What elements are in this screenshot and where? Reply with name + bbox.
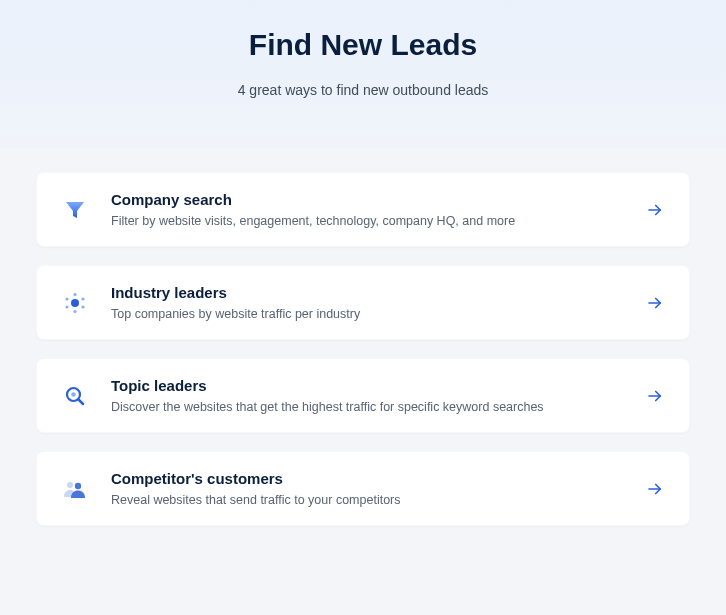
funnel-icon xyxy=(59,194,91,226)
card-title: Company search xyxy=(111,191,625,208)
card-body: Topic leaders Discover the websites that… xyxy=(111,377,625,414)
svg-point-6 xyxy=(65,305,68,308)
arrow-right-icon xyxy=(645,200,665,220)
card-company-search[interactable]: Company search Filter by website visits,… xyxy=(36,172,690,247)
svg-point-3 xyxy=(81,297,84,300)
card-topic-leaders[interactable]: Topic leaders Discover the websites that… xyxy=(36,358,690,433)
svg-point-5 xyxy=(73,309,76,312)
svg-point-7 xyxy=(65,297,68,300)
card-title: Competitor's customers xyxy=(111,470,625,487)
card-description: Discover the websites that get the highe… xyxy=(111,400,625,414)
card-description: Reveal websites that send traffic to you… xyxy=(111,493,625,507)
network-icon xyxy=(59,287,91,319)
svg-point-14 xyxy=(75,482,81,488)
arrow-right-icon xyxy=(645,479,665,499)
svg-line-10 xyxy=(79,399,84,404)
page-subtitle: 4 great ways to find new outbound leads xyxy=(0,82,726,98)
card-title: Topic leaders xyxy=(111,377,625,394)
arrow-right-icon xyxy=(645,293,665,313)
svg-point-2 xyxy=(73,292,76,295)
card-title: Industry leaders xyxy=(111,284,625,301)
card-description: Filter by website visits, engagement, te… xyxy=(111,214,625,228)
card-body: Competitor's customers Reveal websites t… xyxy=(111,470,625,507)
card-industry-leaders[interactable]: Industry leaders Top companies by websit… xyxy=(36,265,690,340)
arrow-right-icon xyxy=(645,386,665,406)
cards-list: Company search Filter by website visits,… xyxy=(0,148,726,550)
card-body: Industry leaders Top companies by websit… xyxy=(111,284,625,321)
page-title: Find New Leads xyxy=(0,28,726,62)
magnify-icon xyxy=(59,380,91,412)
people-icon xyxy=(59,473,91,505)
card-description: Top companies by website traffic per ind… xyxy=(111,307,625,321)
card-body: Company search Filter by website visits,… xyxy=(111,191,625,228)
svg-point-11 xyxy=(71,392,76,397)
hero-section: Find New Leads 4 great ways to find new … xyxy=(0,0,726,148)
svg-point-4 xyxy=(81,305,84,308)
card-competitors-customers[interactable]: Competitor's customers Reveal websites t… xyxy=(36,451,690,526)
svg-point-13 xyxy=(67,482,73,488)
svg-point-1 xyxy=(71,299,79,307)
